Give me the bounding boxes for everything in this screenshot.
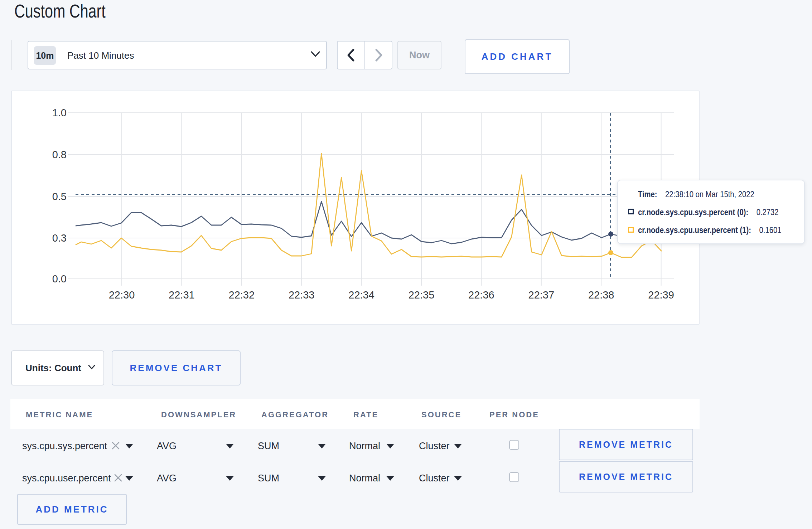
- svg-text:0.5: 0.5: [52, 191, 67, 202]
- svg-text:22:37: 22:37: [528, 289, 555, 301]
- svg-text:22:31: 22:31: [169, 289, 195, 301]
- svg-text:22:32: 22:32: [229, 289, 255, 301]
- svg-text:0.3: 0.3: [52, 232, 67, 244]
- svg-text:22:33: 22:33: [289, 289, 315, 301]
- svg-text:0.0: 0.0: [52, 273, 67, 285]
- svg-text:22:35: 22:35: [409, 289, 435, 301]
- svg-text:22:39: 22:39: [648, 289, 674, 301]
- svg-text:1.0: 1.0: [52, 107, 67, 118]
- svg-text:0.8: 0.8: [52, 149, 67, 160]
- svg-text:22:38: 22:38: [588, 289, 614, 301]
- svg-text:22:34: 22:34: [348, 289, 374, 301]
- svg-text:22:30: 22:30: [109, 289, 135, 301]
- svg-text:22:36: 22:36: [468, 289, 494, 301]
